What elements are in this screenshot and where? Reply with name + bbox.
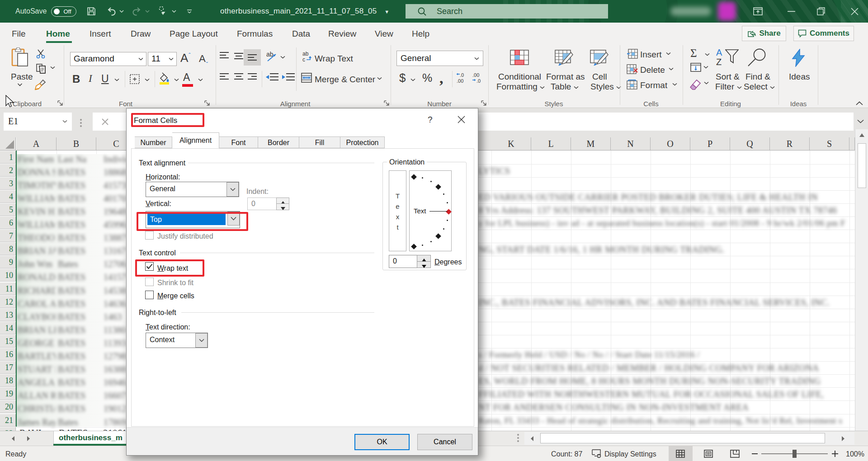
svg-text:c: c xyxy=(302,56,305,62)
svg-text:.0: .0 xyxy=(460,72,464,78)
svg-text:.00: .00 xyxy=(472,72,479,78)
svg-text:.0: .0 xyxy=(476,78,481,84)
svg-text:ab: ab xyxy=(302,51,309,57)
svg-text:.00: .00 xyxy=(457,78,463,84)
